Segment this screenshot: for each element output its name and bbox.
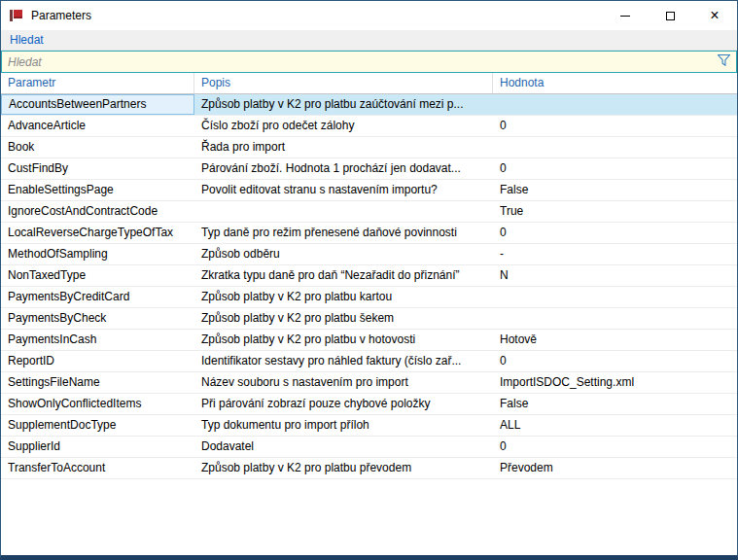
cell-param: SettingsFileName xyxy=(1,372,194,393)
cell-param: SupplierId xyxy=(1,437,194,457)
cell-param: ShowOnlyConflictedItems xyxy=(1,394,194,414)
table-row[interactable]: IgnoreCostAndContractCode True xyxy=(1,201,737,223)
cell-desc: Způsob platby v K2 pro platbu převodem xyxy=(194,458,493,478)
close-button[interactable]: × xyxy=(692,1,737,30)
grid-body: AccountsBetweenPartners Způsob platby v … xyxy=(1,94,737,555)
cell-value xyxy=(493,137,737,158)
window-controls: × xyxy=(603,1,737,30)
parameters-window: Parameters × Hledat Parametr Popis Hodno… xyxy=(0,0,738,560)
cell-value: 0 xyxy=(493,223,737,243)
cell-value: - xyxy=(493,244,737,264)
cell-desc: Způsob platby v K2 pro platbu kartou xyxy=(194,287,493,307)
cell-desc: Dodavatel xyxy=(194,437,493,457)
cell-desc: Při párování zobrazí pouze chybové polož… xyxy=(194,394,493,414)
app-icon xyxy=(9,8,24,23)
close-icon: × xyxy=(710,8,719,23)
cell-desc: Párování zboží. Hodnota 1 prochází jen d… xyxy=(194,158,493,179)
grid-header: Parametr Popis Hodnota xyxy=(1,73,737,94)
cell-param: Book xyxy=(1,137,194,158)
cell-desc: Způsob platby v K2 pro platbu zaúčtování… xyxy=(194,94,493,115)
cell-value: 0 xyxy=(493,437,737,457)
table-row[interactable]: TransferToAccount Způsob platby v K2 pro… xyxy=(1,458,737,479)
cell-param: TransferToAccount xyxy=(1,458,194,478)
cell-desc: Způsob platby v K2 pro platbu šekem xyxy=(194,308,493,329)
column-header-parametr[interactable]: Parametr xyxy=(1,73,194,93)
minimize-button[interactable] xyxy=(603,1,648,30)
cell-param: PaymentsByCreditCard xyxy=(1,287,194,307)
cell-param: IgnoreCostAndContractCode xyxy=(1,201,194,222)
search-input[interactable] xyxy=(2,52,711,72)
table-row[interactable]: PaymentsByCheck Způsob platby v K2 pro p… xyxy=(1,308,737,330)
maximize-button[interactable] xyxy=(648,1,692,30)
cell-param: PaymentsByCheck xyxy=(1,308,194,329)
column-header-hodnota[interactable]: Hodnota xyxy=(493,73,737,93)
table-row[interactable]: SupplierId Dodavatel 0 xyxy=(1,437,737,458)
table-row[interactable]: NonTaxedType Zkratka typu daně pro daň “… xyxy=(1,265,737,287)
cell-desc: Způsob platby v K2 pro platbu v hotovost… xyxy=(194,330,493,350)
table-row[interactable]: Book Řada pro import xyxy=(1,137,737,158)
cell-desc: Číslo zboží pro odečet zálohy xyxy=(194,116,493,136)
cell-param: SupplementDocType xyxy=(1,415,194,436)
cell-desc: Povolit editovat stranu s nastavením imp… xyxy=(194,180,493,200)
cell-desc: Zkratka typu daně pro daň “Nezařadit do … xyxy=(194,265,493,286)
table-row[interactable]: PaymentsInCash Způsob platby v K2 pro pl… xyxy=(1,330,737,351)
cell-value: N xyxy=(493,265,737,286)
cell-desc: Identifikator sestavy pro náhled faktury… xyxy=(194,351,493,371)
cell-value: Převodem xyxy=(493,458,737,478)
cell-value: ALL xyxy=(493,415,737,436)
cell-param: LocalReverseChargeTypeOfTax xyxy=(1,223,194,243)
table-row[interactable]: ShowOnlyConflictedItems Při párování zob… xyxy=(1,394,737,415)
cell-desc: Typ daně pro režim přenesené daňové povi… xyxy=(194,223,493,243)
cell-param: MethodOfSampling xyxy=(1,244,194,264)
cell-value: ImportISDOC_Setting.xml xyxy=(493,372,737,393)
menu-bar: Hledat xyxy=(1,30,737,51)
cell-value: True xyxy=(493,201,737,222)
cell-value: Hotově xyxy=(493,330,737,350)
cell-value: 0 xyxy=(493,158,737,179)
window-title: Parameters xyxy=(31,9,91,22)
table-row[interactable]: ReportID Identifikator sestavy pro náhle… xyxy=(1,351,737,372)
cell-desc xyxy=(194,201,493,222)
menu-item-hledat[interactable]: Hledat xyxy=(10,33,44,47)
cell-desc: Způsob odběru xyxy=(194,244,493,264)
cell-desc: Řada pro import xyxy=(194,137,493,158)
title-bar: Parameters × xyxy=(1,1,737,30)
search-bar xyxy=(1,51,737,73)
cell-desc: Typ dokumentu pro import příloh xyxy=(194,415,493,436)
cell-value: False xyxy=(493,180,737,200)
cell-param: AdvanceArticle xyxy=(1,116,194,136)
maximize-icon xyxy=(666,12,675,20)
cell-value xyxy=(493,287,737,307)
table-row[interactable]: AccountsBetweenPartners Způsob platby v … xyxy=(1,94,737,116)
cell-param: CustFindBy xyxy=(1,158,194,179)
table-row[interactable]: MethodOfSampling Způsob odběru - xyxy=(1,244,737,265)
cell-param: PaymentsInCash xyxy=(1,330,194,350)
cell-param: ReportID xyxy=(1,351,194,371)
table-row[interactable]: SettingsFileName Název souboru s nastave… xyxy=(1,372,737,394)
cell-value: 0 xyxy=(493,116,737,136)
table-row[interactable]: AdvanceArticle Číslo zboží pro odečet zá… xyxy=(1,116,737,137)
table-row[interactable]: EnableSettingsPage Povolit editovat stra… xyxy=(1,180,737,201)
table-row[interactable]: CustFindBy Párování zboží. Hodnota 1 pro… xyxy=(1,158,737,180)
filter-funnel-icon xyxy=(718,54,730,69)
cell-desc: Název souboru s nastavením pro import xyxy=(194,372,493,393)
cell-param: NonTaxedType xyxy=(1,265,194,286)
cell-param: AccountsBetweenPartners xyxy=(1,94,194,115)
table-row[interactable]: PaymentsByCreditCard Způsob platby v K2 … xyxy=(1,287,737,308)
cell-value xyxy=(493,94,737,115)
table-row[interactable]: LocalReverseChargeTypeOfTax Typ daně pro… xyxy=(1,223,737,244)
filter-button[interactable] xyxy=(711,52,736,72)
table-row[interactable]: SupplementDocType Typ dokumentu pro impo… xyxy=(1,415,737,437)
cell-value: False xyxy=(493,394,737,414)
cell-param: EnableSettingsPage xyxy=(1,180,194,200)
minimize-icon xyxy=(620,16,630,17)
cell-value xyxy=(493,308,737,329)
column-header-popis[interactable]: Popis xyxy=(194,73,493,93)
cell-value: 0 xyxy=(493,351,737,371)
